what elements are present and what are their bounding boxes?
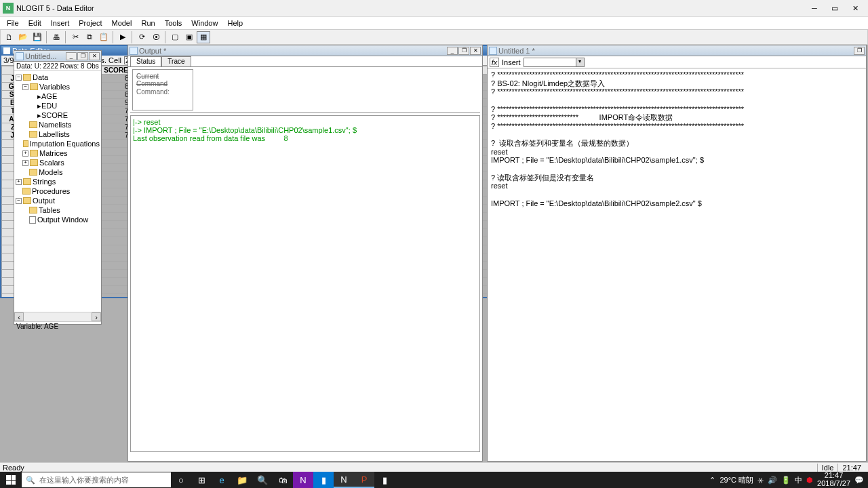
- panel-restore-button[interactable]: ❐: [77, 52, 88, 60]
- open-button[interactable]: 📂: [16, 31, 30, 43]
- window3-button[interactable]: ▦: [197, 31, 210, 43]
- system-tray[interactable]: ⌃ 29°C 晴朗 ⚹ 🔊 🔋 中 ⬢ 21:47 2018/7/27 💬: [705, 472, 868, 487]
- menu-insert[interactable]: Insert: [47, 18, 74, 28]
- app-icon[interactable]: ▮: [313, 472, 334, 488]
- script-line: ? BS-02: Nlogit/Limdep之数据导入: [491, 79, 863, 88]
- weather-widget[interactable]: 29°C 晴朗: [719, 475, 753, 485]
- project-info: Data: U: 2222 Rows: 8 Obs: [14, 62, 101, 71]
- script-line: [491, 190, 863, 199]
- tree-var-score[interactable]: ▸ SCORE: [16, 110, 100, 120]
- tree-strings[interactable]: +Strings: [16, 177, 100, 186]
- terminal-icon[interactable]: ▮: [374, 472, 395, 488]
- chevron-down-icon[interactable]: ▾: [576, 58, 584, 66]
- copy-button[interactable]: ⧉: [83, 31, 96, 43]
- tree-var-age[interactable]: ▸ AGE: [16, 92, 100, 101]
- fx-icon[interactable]: fx: [490, 58, 499, 67]
- search-box[interactable]: 🔍 在这里输入你要搜索的内容: [22, 472, 171, 487]
- battery-icon[interactable]: 🔋: [781, 476, 791, 485]
- close-button[interactable]: ✕: [845, 1, 865, 15]
- tree-tables[interactable]: Tables: [16, 205, 100, 215]
- window2-button[interactable]: ▣: [182, 31, 196, 43]
- tree-labellists[interactable]: Labellists: [16, 129, 100, 139]
- panel-min-button[interactable]: _: [447, 47, 458, 55]
- script-panel-title[interactable]: Untitled 1 * ❐: [488, 45, 866, 56]
- explorer-icon[interactable]: 📁: [232, 472, 252, 488]
- project-icon: [16, 52, 24, 60]
- tree-models[interactable]: Models: [16, 167, 100, 177]
- script-line: ? 读取含标签列和变量名（最规整的数据）: [491, 139, 863, 148]
- tree-output-window[interactable]: Output Window: [16, 215, 100, 224]
- tree-procedures[interactable]: Procedures: [16, 186, 100, 196]
- paste-button[interactable]: 📋: [97, 31, 111, 43]
- clock[interactable]: 21:47 2018/7/27: [817, 472, 850, 487]
- onenote-icon[interactable]: N: [293, 472, 313, 488]
- window1-button[interactable]: ▢: [168, 31, 182, 43]
- status-ready: Ready: [3, 464, 24, 472]
- app-icon: N: [3, 3, 14, 14]
- insert-combo[interactable]: ▾: [524, 58, 585, 67]
- ime-icon[interactable]: 中: [795, 475, 802, 485]
- network-icon[interactable]: ⚹: [757, 476, 764, 485]
- panel-close-button[interactable]: ✕: [89, 52, 100, 60]
- panel-restore-button[interactable]: ❐: [458, 47, 469, 55]
- script-line: ? **************************************…: [491, 70, 863, 79]
- tree-data[interactable]: −Data: [16, 73, 100, 82]
- script-line: ? **************************************…: [491, 87, 863, 96]
- notifications-icon[interactable]: 💬: [854, 476, 864, 485]
- panel-close-button[interactable]: ✕: [470, 47, 481, 55]
- script-body[interactable]: ? **************************************…: [488, 68, 866, 209]
- panel-min-button[interactable]: _: [66, 52, 77, 60]
- run-button[interactable]: ▶: [116, 31, 130, 43]
- tab-status[interactable]: Status: [130, 56, 161, 66]
- tree-namelists[interactable]: Namelists: [16, 120, 100, 129]
- status-bar: Ready Idle 21:47: [0, 462, 868, 472]
- menu-tools[interactable]: Tools: [161, 18, 186, 28]
- tree-variables[interactable]: −Variables: [16, 82, 100, 92]
- stop-button[interactable]: ⦿: [149, 31, 163, 43]
- edge-icon[interactable]: e: [212, 472, 232, 488]
- maximize-button[interactable]: ▭: [825, 1, 845, 15]
- tree-imputation[interactable]: Imputation Equations: [16, 139, 100, 148]
- cut-button[interactable]: ✂: [68, 31, 82, 43]
- print-button[interactable]: 🖶: [50, 31, 63, 43]
- minimize-button[interactable]: ─: [804, 1, 825, 15]
- tree-matrices[interactable]: +Matrices: [16, 148, 100, 158]
- cortana-button[interactable]: ○: [171, 472, 191, 488]
- output-body[interactable]: |-> reset |-> IMPORT ; File = "E:\Deskto…: [130, 115, 480, 452]
- tab-trace[interactable]: Trace: [161, 56, 191, 66]
- tree-output[interactable]: −Output: [16, 196, 100, 205]
- menu-run[interactable]: Run: [137, 18, 159, 28]
- tree-scalars[interactable]: +Scalars: [16, 158, 100, 167]
- search-app-icon[interactable]: 🔍: [252, 472, 273, 488]
- volume-icon[interactable]: 🔊: [768, 476, 777, 485]
- new-button[interactable]: 🗋: [2, 31, 16, 43]
- output-panel-title[interactable]: Output * _ ❐ ✕: [128, 45, 482, 56]
- menu-file[interactable]: File: [3, 18, 23, 28]
- project-panel-title[interactable]: Untitled... _ ❐ ✕: [14, 51, 101, 62]
- project-hscroll[interactable]: ‹›: [14, 312, 101, 321]
- script-line: ? **************************************…: [491, 122, 863, 131]
- project-footer: Variable: AGE: [14, 321, 101, 332]
- taskview-button[interactable]: ⊞: [191, 472, 212, 488]
- store-icon[interactable]: 🛍: [273, 472, 293, 488]
- tree-var-edu[interactable]: ▸ EDU: [16, 101, 100, 110]
- shield-icon[interactable]: ⬢: [806, 476, 813, 485]
- output-line: |-> reset: [133, 118, 477, 126]
- menu-bar: File Edit Insert Project Model Run Tools…: [0, 17, 868, 29]
- powerpoint-icon[interactable]: P: [354, 472, 374, 488]
- script-line: [491, 96, 863, 105]
- save-button[interactable]: 💾: [31, 31, 44, 43]
- menu-project[interactable]: Project: [75, 18, 106, 28]
- app-title: NLOGIT 5 - Data Editor: [16, 4, 804, 12]
- menu-edit[interactable]: Edit: [24, 18, 45, 28]
- project-tree[interactable]: −Data −Variables ▸ AGE ▸ EDU ▸ SCORE Nam…: [14, 71, 101, 312]
- start-button[interactable]: [0, 472, 22, 488]
- menu-window[interactable]: Window: [187, 18, 222, 28]
- toolbar-separator: [65, 31, 66, 43]
- tray-chevron-icon[interactable]: ⌃: [709, 476, 715, 485]
- panel-max-button[interactable]: ❐: [854, 47, 865, 55]
- menu-help[interactable]: Help: [223, 18, 247, 28]
- refresh-button[interactable]: ⟳: [135, 31, 149, 43]
- menu-model[interactable]: Model: [107, 18, 136, 28]
- nlogit-taskbar-icon[interactable]: N: [334, 472, 354, 488]
